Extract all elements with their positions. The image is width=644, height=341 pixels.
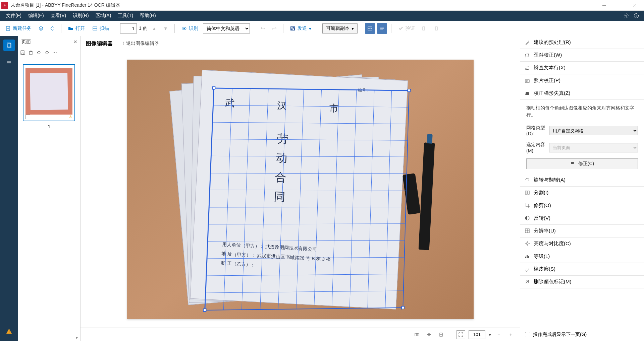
rp-levels[interactable]: 等级(L) [520, 250, 644, 263]
fit-width-icon[interactable] [413, 330, 421, 339]
scan-button[interactable]: 扫描 [90, 23, 112, 34]
rotate-left-icon[interactable] [36, 50, 42, 55]
language-select[interactable]: 简体中文和英语 [203, 23, 250, 33]
recognize-button[interactable]: 识别 [179, 23, 201, 34]
rp-eraser[interactable]: 橡皮擦(S) [520, 263, 644, 276]
show-next-checkbox[interactable] [525, 332, 530, 337]
chevron-left-icon: 〈 [120, 41, 125, 47]
zoom-dropdown-icon[interactable]: ▾ [489, 332, 491, 337]
rail-warning-button[interactable]: ! [3, 326, 15, 337]
menu-recognize[interactable]: 识别(R) [69, 11, 92, 21]
fix-button[interactable]: 修正(C) [526, 158, 638, 169]
settings-icon[interactable] [621, 11, 631, 21]
zoom-input[interactable] [469, 330, 485, 339]
editor-canvas-wrap: 编号： 武 汉 市 劳动 合同 用人单位（甲方）： 武汉改图网技术有限公司 地 … [80, 51, 520, 328]
minimize-button[interactable] [596, 0, 612, 11]
zoom-in-button[interactable]: + [506, 330, 515, 339]
grid-handle-top-left[interactable] [212, 86, 216, 90]
page-number-input[interactable] [120, 23, 137, 33]
page-down-button[interactable]: ▼ [161, 23, 170, 34]
show-next-label: 操作完成后显示下一页(G) [533, 332, 587, 338]
redo-button[interactable] [270, 23, 279, 34]
menu-file[interactable]: 文件(F) [3, 11, 25, 21]
menu-tools[interactable]: 工具(T) [114, 11, 137, 21]
grid-handle-bottom-left[interactable] [203, 309, 207, 312]
dropdown-icon: ▾ [352, 26, 354, 31]
menu-area[interactable]: 区域(A) [92, 11, 115, 21]
rp-preprocess[interactable]: 建议的预处理(R) [520, 36, 644, 49]
diamond-icon-button[interactable] [48, 23, 57, 34]
thumbnail-checkbox[interactable] [25, 115, 30, 119]
grid-type-label: 网格类型(D): [526, 125, 546, 137]
main-area: ! 页面 ✕ ⋯ ⚠ 1 ▸ 图像编辑器 [0, 36, 644, 341]
rp-straighten[interactable]: 矫直文本行(X) [520, 62, 644, 74]
rp-trapezoid[interactable]: 校正梯形失真(Z) [520, 87, 644, 100]
page-of-label: 1 的 [139, 25, 148, 31]
grid-handle-top-right[interactable] [408, 89, 411, 92]
rp-invert-label: 反转(V) [534, 215, 550, 221]
prev-diff-button[interactable] [420, 23, 429, 34]
svg-line-34 [525, 67, 529, 67]
lines-icon [524, 65, 530, 71]
rp-straighten-label: 矫直文本行(X) [534, 65, 566, 71]
fix-label: 修正(C) [578, 161, 594, 167]
rp-trapezoid-label: 校正梯形失真(Z) [534, 90, 570, 96]
camera-icon [524, 78, 530, 84]
grid-type-select[interactable]: 用户自定义网格 [549, 126, 638, 135]
editor-canvas[interactable]: 编号： 武 汉 市 劳动 合同 用人单位（甲方）： 武汉改图网技术有限公司 地 … [127, 60, 474, 319]
rp-removecolor[interactable]: 删除颜色标记(M) [520, 276, 644, 288]
fit-screen-icon[interactable] [457, 330, 465, 339]
open-button[interactable]: 打开 [65, 23, 88, 34]
close-button[interactable] [627, 0, 643, 11]
rp-rotate[interactable]: 旋转与翻转(A) [520, 174, 644, 187]
layout-image-button[interactable] [365, 23, 375, 34]
copy-type-select[interactable]: 可编辑副本 ▾ [322, 23, 358, 33]
open-label: 打开 [75, 25, 85, 31]
fit-page-icon[interactable] [437, 330, 445, 339]
rail-list-button[interactable] [3, 57, 15, 68]
eye-icon [181, 26, 187, 31]
send-button[interactable]: W 发送 ▾ [287, 23, 314, 34]
page-panel-toolbar: ⋯ [18, 48, 80, 58]
grid-handle-bottom-right[interactable] [401, 306, 405, 309]
rp-brightness[interactable]: 亮度与对比度(C) [520, 237, 644, 250]
svg-point-45 [526, 243, 528, 245]
rail-pages-button[interactable] [3, 40, 15, 51]
layout-text-button[interactable] [377, 23, 387, 34]
stack-icon-button[interactable] [36, 23, 46, 34]
rotate-right-icon[interactable] [44, 50, 50, 55]
page-panel-close-icon[interactable]: ✕ [73, 39, 77, 45]
svg-rect-21 [435, 27, 437, 30]
editor-footer: ▾ − + [80, 328, 520, 341]
rp-deskew[interactable]: 歪斜校正(W) [520, 49, 644, 62]
actual-size-icon[interactable] [425, 330, 433, 339]
next-diff-button[interactable] [431, 23, 440, 34]
rp-split[interactable]: 分割(I) [520, 187, 644, 199]
rp-resolution[interactable]: 分辨率(U) [520, 225, 644, 237]
zoom-out-button[interactable]: − [494, 330, 503, 339]
page-thumbnail[interactable]: ⚠ [23, 64, 75, 121]
delete-icon[interactable] [28, 50, 34, 55]
save-icon[interactable] [20, 50, 25, 55]
rp-photo[interactable]: 照片校正(P) [520, 74, 644, 87]
verify-button[interactable]: 验证 [395, 23, 418, 34]
svg-line-36 [525, 69, 529, 70]
rp-crop[interactable]: 修剪(O) [520, 199, 644, 212]
page-panel-expand-icon[interactable]: ▸ [76, 335, 78, 340]
menu-help[interactable]: 帮助(H) [137, 11, 159, 21]
rp-brightness-label: 亮度与对比度(C) [534, 241, 571, 247]
menu-view[interactable]: 查看(V) [47, 11, 70, 21]
more-icon[interactable]: ⋯ [52, 50, 57, 55]
menu-edit[interactable]: 编辑(E) [25, 11, 47, 21]
exit-editor-button[interactable]: 〈 退出图像编辑器 [120, 41, 159, 47]
rp-hint: 拖动框的每个角到达图像相应的角来对齐网格和文字行。 [526, 105, 638, 119]
perspective-grid[interactable] [205, 88, 410, 311]
undo-button[interactable] [258, 23, 268, 34]
scan-icon [92, 26, 98, 31]
page-up-button[interactable]: ▲ [150, 23, 159, 34]
exit-editor-label: 退出图像编辑器 [126, 41, 159, 47]
maximize-button[interactable] [612, 0, 627, 11]
new-task-button[interactable]: 新建任务 [3, 23, 34, 34]
help-icon[interactable]: ? [631, 11, 641, 21]
rp-invert[interactable]: 反转(V) [520, 212, 644, 225]
